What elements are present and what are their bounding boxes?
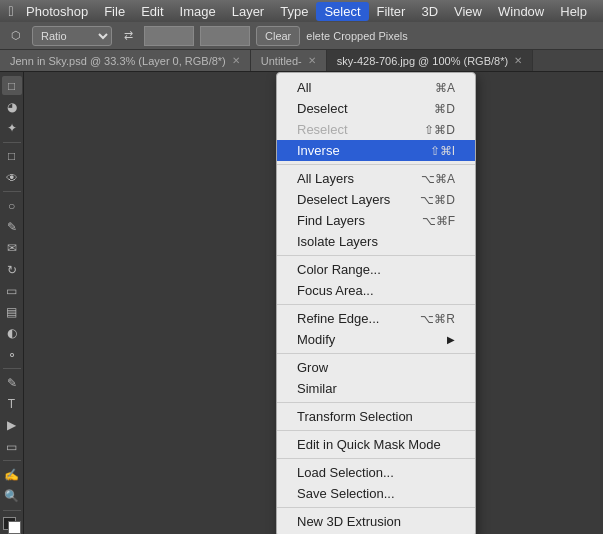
width-input[interactable] xyxy=(144,26,194,46)
menu-view[interactable]: View xyxy=(446,2,490,21)
brush-tool[interactable]: ✎ xyxy=(2,217,22,236)
menu-item-shortcut: ⌥⌘F xyxy=(422,214,455,228)
menu-item-shortcut: ⌥⌘D xyxy=(420,193,455,207)
menu-window[interactable]: Window xyxy=(490,2,552,21)
menu-separator xyxy=(277,164,475,165)
menu-item-label: Isolate Layers xyxy=(297,234,378,249)
menu-item-reselect: Reselect⇧⌘D xyxy=(277,119,475,140)
magic-wand-tool[interactable]: ✦ xyxy=(2,119,22,138)
menu-layer[interactable]: Layer xyxy=(224,2,273,21)
tool-options-icon: ⬡ xyxy=(6,26,26,46)
menu-item-refine-edge-[interactable]: Refine Edge...⌥⌘R xyxy=(277,308,475,329)
menu-item-deselect-layers[interactable]: Deselect Layers⌥⌘D xyxy=(277,189,475,210)
menu-item-shortcut: ⌘D xyxy=(434,102,455,116)
menu-item-transform-selection[interactable]: Transform Selection xyxy=(277,406,475,427)
menu-item-similar[interactable]: Similar xyxy=(277,378,475,399)
path-selection-tool[interactable]: ▶ xyxy=(2,416,22,435)
menu-separator xyxy=(277,255,475,256)
blur-tool[interactable]: ◐ xyxy=(2,324,22,343)
tab-sky[interactable]: sky-428-706.jpg @ 100% (RGB/8*) ✕ xyxy=(327,50,533,71)
tab-sky-close[interactable]: ✕ xyxy=(514,55,522,66)
menu-item-shortcut: ⇧⌘D xyxy=(424,123,455,137)
left-toolbar: □ ◕ ✦ □ 👁 ○ ✎ ✉ ↻ ▭ ▤ ◐ ⚬ ✎ T ▶ ▭ ✍ 🔍 xyxy=(0,72,24,534)
menu-edit[interactable]: Edit xyxy=(133,2,171,21)
menu-3d[interactable]: 3D xyxy=(413,2,446,21)
menu-item-label: Inverse xyxy=(297,143,340,158)
history-brush-tool[interactable]: ↻ xyxy=(2,260,22,279)
ratio-select[interactable]: Ratio xyxy=(32,26,112,46)
menu-item-label: Refine Edge... xyxy=(297,311,379,326)
menu-item-label: Focus Area... xyxy=(297,283,374,298)
menu-item-color-range-[interactable]: Color Range... xyxy=(277,259,475,280)
clone-stamp-tool[interactable]: ✉ xyxy=(2,239,22,258)
menu-item-label: All xyxy=(297,80,311,95)
menu-separator xyxy=(277,304,475,305)
menu-item-isolate-layers[interactable]: Isolate Layers xyxy=(277,231,475,252)
gradient-tool[interactable]: ▤ xyxy=(2,302,22,321)
menu-item-label: Edit in Quick Mask Mode xyxy=(297,437,441,452)
swap-icon[interactable]: ⇄ xyxy=(118,26,138,46)
menu-help[interactable]: Help xyxy=(552,2,595,21)
tab-jenn[interactable]: Jenn in Sky.psd @ 33.3% (Layer 0, RGB/8*… xyxy=(0,50,251,71)
tool-divider-3 xyxy=(3,368,21,369)
menu-item-edit-in-quick-mask-mode[interactable]: Edit in Quick Mask Mode xyxy=(277,434,475,455)
tool-divider-1 xyxy=(3,142,21,143)
canvas-area: All⌘ADeselect⌘DReselect⇧⌘DInverse⇧⌘IAll … xyxy=(24,72,603,534)
tab-jenn-close[interactable]: ✕ xyxy=(232,55,240,66)
menu-file[interactable]: File xyxy=(96,2,133,21)
color-swatches[interactable] xyxy=(3,517,21,534)
eraser-tool[interactable]: ▭ xyxy=(2,281,22,300)
menu-item-label: Similar xyxy=(297,381,337,396)
rectangle-tool[interactable]: ▭ xyxy=(2,437,22,456)
menu-item-label: Transform Selection xyxy=(297,409,413,424)
menu-image[interactable]: Image xyxy=(172,2,224,21)
menu-item-all[interactable]: All⌘A xyxy=(277,77,475,98)
hand-tool[interactable]: ✍ xyxy=(2,465,22,484)
marquee-tool[interactable]: □ xyxy=(2,76,22,95)
clear-button[interactable]: Clear xyxy=(256,26,300,46)
tab-jenn-label: Jenn in Sky.psd @ 33.3% (Layer 0, RGB/8*… xyxy=(10,55,226,67)
background-color[interactable] xyxy=(8,521,21,534)
menu-separator xyxy=(277,353,475,354)
menu-item-label: Save Selection... xyxy=(297,486,395,501)
height-input[interactable] xyxy=(200,26,250,46)
eyedropper-tool[interactable]: 👁 xyxy=(2,168,22,187)
menu-separator xyxy=(277,402,475,403)
pen-tool[interactable]: ✎ xyxy=(2,373,22,392)
menu-item-grow[interactable]: Grow xyxy=(277,357,475,378)
main-area: □ ◕ ✦ □ 👁 ○ ✎ ✉ ↻ ▭ ▤ ◐ ⚬ ✎ T ▶ ▭ ✍ 🔍 Al… xyxy=(0,72,603,534)
menu-item-shortcut: ⌥⌘A xyxy=(421,172,455,186)
menu-item-modify[interactable]: Modify▶ xyxy=(277,329,475,350)
spot-healing-tool[interactable]: ○ xyxy=(2,196,22,215)
menu-item-all-layers[interactable]: All Layers⌥⌘A xyxy=(277,168,475,189)
tool-divider-4 xyxy=(3,460,21,461)
menu-item-save-selection-[interactable]: Save Selection... xyxy=(277,483,475,504)
apple-logo-icon[interactable]:  xyxy=(8,3,14,19)
menu-select[interactable]: Select xyxy=(316,2,368,21)
menu-type[interactable]: Type xyxy=(272,2,316,21)
menu-item-label: Color Range... xyxy=(297,262,381,277)
crop-tool[interactable]: □ xyxy=(2,147,22,166)
menu-item-focus-area-[interactable]: Focus Area... xyxy=(277,280,475,301)
menu-item-shortcut: ⌥⌘R xyxy=(420,312,455,326)
tab-untitled[interactable]: Untitled- ✕ xyxy=(251,50,327,71)
zoom-tool[interactable]: 🔍 xyxy=(2,486,22,505)
type-tool[interactable]: T xyxy=(2,394,22,413)
menu-item-find-layers[interactable]: Find Layers⌥⌘F xyxy=(277,210,475,231)
menu-separator xyxy=(277,430,475,431)
dodge-tool[interactable]: ⚬ xyxy=(2,345,22,364)
menu-item-label: Find Layers xyxy=(297,213,365,228)
tab-untitled-close[interactable]: ✕ xyxy=(308,55,316,66)
submenu-arrow-icon: ▶ xyxy=(447,334,455,345)
menu-item-label: Reselect xyxy=(297,122,348,137)
menu-item-inverse[interactable]: Inverse⇧⌘I xyxy=(277,140,475,161)
lasso-tool[interactable]: ◕ xyxy=(2,97,22,116)
menu-item-new-3d-extrusion[interactable]: New 3D Extrusion xyxy=(277,511,475,532)
menu-item-label: Grow xyxy=(297,360,328,375)
menu-item-deselect[interactable]: Deselect⌘D xyxy=(277,98,475,119)
menu-item-shortcut: ⌘A xyxy=(435,81,455,95)
menu-item-load-selection-[interactable]: Load Selection... xyxy=(277,462,475,483)
menu-photoshop[interactable]: Photoshop xyxy=(18,2,96,21)
menu-item-label: All Layers xyxy=(297,171,354,186)
menu-filter[interactable]: Filter xyxy=(369,2,414,21)
